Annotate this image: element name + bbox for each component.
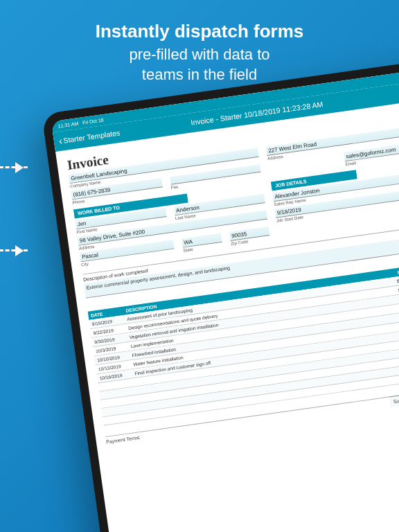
arrow-icon xyxy=(0,166,28,168)
state-field[interactable]: WA State xyxy=(181,233,223,254)
subtotal-row: Sub Total 36.0 hours xyxy=(389,382,399,408)
arrow-icon xyxy=(0,249,28,251)
tablet-frame: 11:31 AM Fri Oct 18 ✈ ⌵ ☾ 50% ▭ ‹ Starte… xyxy=(42,55,399,532)
tablet-screen: 11:31 AM Fri Oct 18 ✈ ⌵ ☾ 50% ▭ ‹ Starte… xyxy=(51,64,399,532)
invoice-form: Invoice Greenbelt Landscaping Company Na… xyxy=(55,95,399,456)
headline-title: Instantly dispatch forms xyxy=(28,21,371,42)
chevron-left-icon: ‹ xyxy=(58,136,63,147)
zip-field[interactable]: 90035 Zip Code xyxy=(229,227,271,247)
